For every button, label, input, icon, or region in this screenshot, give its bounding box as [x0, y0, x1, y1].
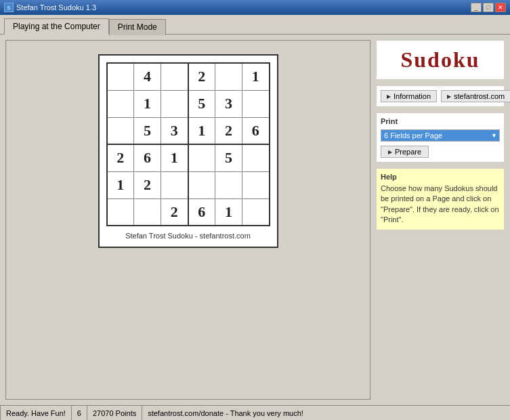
stefantrost-button[interactable]: ▶ stefantrost.com [441, 90, 510, 102]
sudoku-cell: 3 [215, 90, 242, 117]
sudoku-cell: 2 [188, 63, 215, 90]
status-points: 27070 Points [87, 406, 142, 420]
sudoku-cell: 5 [188, 90, 215, 117]
sudoku-cell: 5 [215, 144, 242, 171]
tab-print[interactable]: Print Mode [109, 19, 166, 35]
sudoku-cell: 4 [134, 63, 161, 90]
sudoku-cell: 2 [134, 171, 161, 198]
title-bar: S Stefan Trost Sudoku 1.3 _ □ ✕ [0, 0, 510, 15]
sudoku-cell [242, 144, 270, 171]
sudoku-cell: 1 [215, 198, 242, 226]
print-title: Print [381, 117, 500, 125]
sudoku-cell: 1 [188, 117, 215, 144]
title-bar-text: Stefan Trost Sudoku 1.3 [16, 3, 96, 12]
sudoku-cell [161, 171, 188, 198]
window-body: Playing at the Computer Print Mode 42115… [0, 15, 510, 420]
sudoku-cell [107, 117, 134, 144]
status-donate: stefantrost.com/donate - Thank you very … [142, 409, 309, 417]
sudoku-cell: 3 [161, 117, 188, 144]
sudoku-cell [107, 90, 134, 117]
maximize-button[interactable]: □ [483, 3, 494, 12]
sudoku-cell: 2 [107, 144, 134, 171]
arrow-icon: ▶ [387, 93, 391, 100]
help-section: Help Choose how many Sudokus should be p… [376, 168, 505, 230]
fields-per-page-select[interactable]: 1 Field per Page2 Fields per Page4 Field… [381, 129, 500, 142]
sudoku-cell [107, 63, 134, 90]
sudoku-cell: 6 [134, 144, 161, 171]
btn-row: ▶ Information ▶ stefantrost.com [381, 90, 500, 102]
status-level: 6 [72, 406, 87, 420]
app-icon: S [4, 3, 14, 12]
sudoku-cell [134, 198, 161, 226]
prepare-button[interactable]: ▶ Prepare [381, 146, 429, 158]
sudoku-cell: 1 [107, 171, 134, 198]
status-bar: Ready. Have Fun! 6 27070 Points stefantr… [0, 405, 510, 420]
sudoku-cell [188, 144, 215, 171]
tab-playing[interactable]: Playing at the Computer [4, 18, 109, 35]
sudoku-grid: 42115353126261512261 [106, 62, 270, 226]
tab-bar: Playing at the Computer Print Mode [0, 15, 510, 34]
sudoku-container: 42115353126261512261 Stefan Trost Sudoku… [98, 54, 278, 248]
arrow-icon: ▶ [447, 93, 451, 100]
right-panel: Sudoku ▶ Information ▶ stefantrost.com [376, 40, 505, 400]
content-area: 42115353126261512261 Stefan Trost Sudoku… [0, 34, 510, 405]
sudoku-cell [242, 90, 270, 117]
sudoku-cell [215, 63, 242, 90]
sudoku-cell: 1 [242, 63, 270, 90]
sudoku-logo: Sudoku [376, 40, 505, 80]
fields-dropdown-wrapper: 1 Field per Page2 Fields per Page4 Field… [381, 129, 500, 142]
sudoku-cell: 1 [161, 144, 188, 171]
print-section: Print 1 Field per Page2 Fields per Page4… [376, 112, 505, 163]
help-text: Choose how many Sudokus should be printe… [381, 184, 500, 226]
close-button[interactable]: ✕ [495, 3, 506, 12]
sudoku-cell: 6 [188, 198, 215, 226]
sudoku-cell: 1 [134, 90, 161, 117]
logo-text: Sudoku [383, 47, 497, 72]
title-bar-left: S Stefan Trost Sudoku 1.3 [4, 3, 96, 12]
left-panel: 42115353126261512261 Stefan Trost Sudoku… [5, 40, 370, 400]
status-ready: Ready. Have Fun! [0, 406, 72, 420]
minimize-button[interactable]: _ [471, 3, 482, 12]
sudoku-caption: Stefan Trost Sudoku - stefantrost.com [125, 232, 251, 240]
sudoku-cell [188, 171, 215, 198]
sudoku-cell [161, 90, 188, 117]
sudoku-cell [242, 171, 270, 198]
sudoku-cell [215, 171, 242, 198]
sudoku-cell: 2 [161, 198, 188, 226]
sudoku-cell: 2 [215, 117, 242, 144]
sudoku-cell [242, 198, 270, 226]
information-button[interactable]: ▶ Information [381, 90, 437, 102]
prepare-arrow-icon: ▶ [388, 149, 392, 155]
sudoku-cell: 5 [134, 117, 161, 144]
sudoku-cell: 6 [242, 117, 270, 144]
help-title: Help [381, 173, 500, 181]
sudoku-cell [161, 63, 188, 90]
title-bar-controls: _ □ ✕ [471, 3, 506, 12]
sudoku-cell [107, 198, 134, 226]
info-section: ▶ Information ▶ stefantrost.com [376, 85, 505, 107]
